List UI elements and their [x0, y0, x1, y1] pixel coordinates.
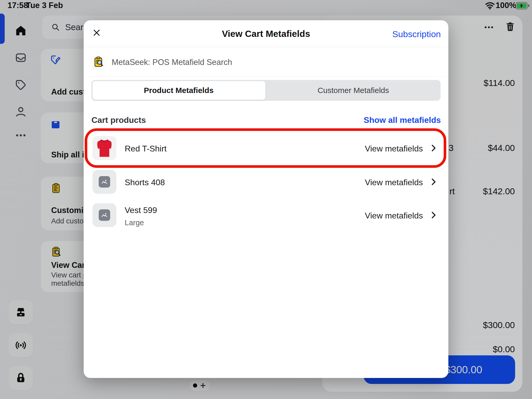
product-image-placeholder	[92, 170, 116, 194]
sidebar-item-home[interactable]	[15, 24, 27, 37]
sidebar-item-products[interactable]	[15, 78, 27, 91]
checkout-total: $300.00	[445, 355, 482, 384]
register-icon	[15, 306, 27, 318]
product-row-red-t-shirt[interactable]: Red T-Shirt View metafields	[84, 132, 448, 166]
view-metafields-link[interactable]: View metafields	[365, 144, 423, 154]
search-icon	[51, 23, 60, 32]
customer-icon	[15, 105, 27, 118]
product-name: Red T-Shirt	[125, 144, 167, 154]
tag-icon	[15, 78, 27, 91]
product-image-placeholder	[92, 203, 116, 227]
page-dot	[193, 383, 197, 388]
inbox-icon	[15, 51, 27, 64]
product-variant: Large	[125, 218, 144, 227]
product-name: Shorts 408	[125, 178, 165, 187]
tile-subtitle-line1: View cart p	[51, 271, 87, 279]
tag-edit-icon	[50, 55, 61, 65]
tile-subtitle-line2: metafields	[51, 279, 84, 288]
subscription-link[interactable]: Subscription	[392, 29, 441, 39]
battery-icon	[516, 2, 528, 9]
cart-item-name-fragment: 3	[449, 143, 454, 153]
cart-tax: $0.00	[493, 344, 515, 354]
cart-item-name-fragment: rt	[449, 186, 455, 196]
chevron-right-icon	[429, 211, 438, 220]
cart-item-price: $142.00	[483, 186, 515, 196]
sidebar-active-indicator	[0, 14, 5, 44]
tile-title: Customiz	[51, 206, 88, 215]
trash-icon	[505, 21, 516, 32]
status-battery-percent: 100%	[496, 1, 516, 10]
sidebar-item-more[interactable]	[15, 129, 27, 142]
product-row-shorts-408[interactable]: Shorts 408 View metafields	[84, 166, 448, 199]
product-image-red-t-shirt	[92, 136, 116, 160]
sidebar-item-customers[interactable]	[15, 105, 27, 118]
tile-title: View Cart	[51, 261, 88, 270]
home-icon	[15, 24, 27, 37]
image-placeholder-icon	[99, 176, 110, 188]
view-metafields-link[interactable]: View metafields	[365, 211, 423, 221]
product-row-vest-599[interactable]: Vest 599 Large View metafields	[84, 199, 448, 233]
cart-item-price: $44.00	[488, 143, 515, 153]
page-dots-pill[interactable]: +	[190, 380, 210, 391]
more-icon	[484, 22, 494, 32]
add-page-button[interactable]: +	[200, 380, 205, 391]
cart-item-price: $114.00	[484, 78, 515, 88]
register-button[interactable]	[9, 300, 33, 324]
lock-icon	[15, 372, 27, 384]
tab-product-metafields[interactable]: Product Metafields	[91, 80, 266, 101]
broadcast-button[interactable]	[9, 333, 33, 357]
cart-more-button[interactable]	[481, 22, 497, 32]
show-all-metafields-link[interactable]: Show all metafields	[364, 115, 441, 125]
product-name: Vest 599	[125, 205, 157, 215]
clipboard-search-icon	[51, 246, 62, 257]
section-title: Cart products	[91, 115, 146, 125]
image-placeholder-icon	[99, 209, 110, 221]
tab-customer-metafields[interactable]: Customer Metafields	[266, 80, 441, 101]
clipboard-search-icon	[93, 56, 104, 68]
chevron-right-icon	[429, 177, 438, 186]
sidebar-item-orders[interactable]	[15, 51, 27, 64]
view-metafields-link[interactable]: View metafields	[365, 178, 423, 187]
radio-icon	[15, 339, 27, 351]
pos-app-screen: 17:58 Tue 3 Feb 100%	[0, 0, 532, 399]
tile-title: Ship all it	[51, 150, 87, 159]
red-tshirt-image	[92, 136, 116, 160]
app-name: MetaSeek: POS Metafield Search	[112, 58, 232, 67]
status-time: 17:58	[8, 1, 28, 10]
view-cart-metafields-modal: View Cart Metafields Subscription MetaSe…	[84, 20, 448, 378]
tile-subtitle: Add custo	[51, 217, 84, 225]
wifi-icon	[485, 2, 495, 10]
chevron-right-icon	[429, 144, 438, 152]
more-icon	[15, 129, 27, 142]
package-icon	[50, 119, 61, 130]
clipboard-icon	[51, 183, 62, 194]
app-row: MetaSeek: POS Metafield Search	[84, 47, 448, 77]
cart-clear-button[interactable]	[504, 20, 516, 33]
cart-subtotal: $300.00	[483, 320, 515, 330]
lock-button[interactable]	[9, 366, 33, 390]
metaseek-app-icon	[91, 55, 105, 69]
status-date: Tue 3 Feb	[26, 1, 63, 10]
battery-tip	[528, 4, 529, 7]
metafields-tab-bar: Product Metafields Customer Metafields	[91, 80, 441, 101]
